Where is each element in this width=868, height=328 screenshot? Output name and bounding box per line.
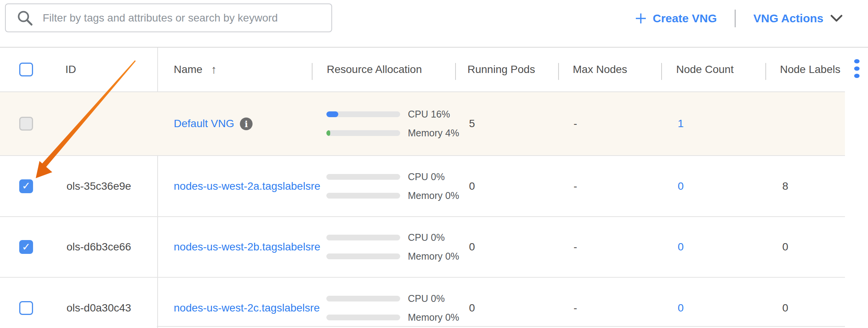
cpu-label: CPU 0% [408, 171, 445, 182]
chevron-down-icon [830, 15, 843, 22]
node-labels-value: 8 [782, 156, 788, 216]
header-node-labels[interactable]: Node Labels [780, 48, 840, 91]
header-max-nodes[interactable]: Max Nodes [573, 48, 627, 91]
row-id: ols-d6b3ce66 [67, 217, 131, 277]
node-labels-value: 0 [782, 217, 788, 277]
cpu-label: CPU 16% [408, 109, 450, 120]
resource-allocation-cell: CPU 0% Memory 0% [326, 278, 459, 328]
cpu-progress-bar [326, 174, 400, 180]
row-checkbox[interactable] [19, 117, 33, 131]
select-all-cell [19, 48, 33, 91]
select-all-checkbox[interactable] [19, 63, 33, 76]
header-divider [661, 63, 662, 80]
memory-progress-bar [326, 315, 400, 320]
memory-label: Memory 0% [408, 312, 459, 323]
running-pods-value: 0 [469, 156, 475, 216]
memory-progress-fill [326, 130, 330, 136]
header-divider [558, 63, 559, 80]
kebab-dot [854, 66, 860, 71]
vng-name-link[interactable]: Default VNG [174, 118, 234, 130]
info-icon[interactable]: i [240, 118, 253, 130]
memory-label: Memory 0% [408, 190, 459, 201]
memory-label: Memory 4% [408, 128, 459, 139]
search-box[interactable] [5, 3, 332, 32]
table-row: ols-d0a30c43 nodes-us-west-2c.tagslabels… [0, 278, 845, 328]
node-count-link[interactable]: 0 [678, 302, 684, 314]
max-nodes-value: - [574, 278, 577, 328]
max-nodes-value: - [574, 156, 577, 216]
running-pods-value: 0 [469, 278, 475, 328]
vng-list-page: Create VNG VNG Actions ID Name ↑ Resourc… [0, 0, 868, 328]
row-checkbox[interactable] [19, 240, 33, 254]
header-divider [312, 63, 313, 80]
vng-name-link[interactable]: nodes-us-west-2c.tagslabelsre [174, 302, 320, 314]
search-icon [16, 9, 34, 27]
resource-allocation-cell: CPU 0% Memory 0% [326, 217, 459, 277]
max-nodes-value: - [574, 217, 577, 277]
table-row: Default VNG i CPU 16% Memory 4% 5 - 1 [0, 92, 845, 155]
memory-progress-bar [326, 253, 400, 259]
toolbar-actions: Create VNG VNG Actions [635, 0, 843, 37]
create-vng-label: Create VNG [653, 12, 717, 25]
row-checkbox[interactable] [19, 179, 33, 193]
cpu-progress-fill [326, 111, 338, 117]
kebab-dot [854, 59, 860, 63]
resource-allocation-cell: CPU 16% Memory 4% [326, 92, 459, 155]
vng-actions-label: VNG Actions [753, 12, 823, 25]
cpu-progress-bar [326, 235, 400, 240]
kebab-menu-icon[interactable] [854, 58, 860, 80]
row-checkbox[interactable] [19, 301, 33, 315]
memory-progress-bar [326, 130, 400, 136]
header-id[interactable]: ID [65, 48, 76, 91]
plus-icon [635, 12, 647, 25]
kebab-dot [854, 74, 860, 78]
memory-progress-bar [326, 193, 400, 199]
resource-allocation-cell: CPU 0% Memory 0% [326, 156, 459, 216]
node-count-link[interactable]: 0 [678, 180, 684, 192]
row-id: ols-35c36e9e [67, 156, 131, 216]
vng-name-link[interactable]: nodes-us-west-2b.tagslabelsre [174, 241, 320, 253]
vng-actions-button[interactable]: VNG Actions [753, 12, 843, 25]
header-name[interactable]: Name ↑ [174, 48, 217, 91]
cpu-label: CPU 0% [408, 232, 445, 243]
cpu-label: CPU 0% [408, 293, 445, 304]
table-row: ols-35c36e9e nodes-us-west-2a.tagslabels… [0, 156, 845, 216]
max-nodes-value: - [574, 92, 577, 155]
cpu-progress-bar [326, 296, 400, 301]
table-header: ID Name ↑ Resource Allocation Running Po… [0, 48, 845, 91]
header-divider [455, 63, 456, 80]
sort-ascending-icon[interactable]: ↑ [211, 63, 217, 76]
node-count-link[interactable]: 1 [678, 118, 684, 130]
vng-name-link[interactable]: nodes-us-west-2a.tagslabelsre [174, 180, 320, 192]
search-input[interactable] [42, 6, 331, 30]
header-resource-allocation[interactable]: Resource Allocation [327, 48, 422, 91]
header-name-label: Name [174, 63, 203, 76]
memory-label: Memory 0% [408, 251, 459, 262]
row-id: ols-d0a30c43 [67, 278, 131, 328]
node-count-link[interactable]: 0 [678, 241, 684, 253]
header-node-count[interactable]: Node Count [676, 48, 733, 91]
table-row: ols-d6b3ce66 nodes-us-west-2b.tagslabels… [0, 217, 845, 277]
header-running-pods[interactable]: Running Pods [467, 48, 535, 91]
node-labels-value: 0 [782, 278, 788, 328]
header-divider [765, 63, 766, 80]
create-vng-button[interactable]: Create VNG [635, 12, 717, 25]
toolbar-divider [735, 10, 736, 27]
running-pods-value: 5 [469, 92, 475, 155]
cpu-progress-bar [326, 111, 400, 117]
running-pods-value: 0 [469, 217, 475, 277]
